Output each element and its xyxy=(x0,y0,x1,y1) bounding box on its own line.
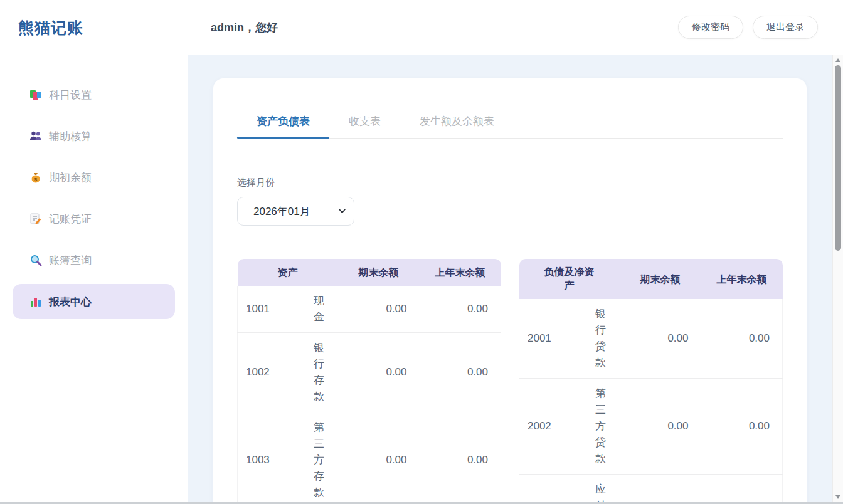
assets-header: 资产 xyxy=(238,259,338,286)
table-row: 2001银行贷款0.000.00 xyxy=(519,299,783,379)
sidebar-item-label: 报表中心 xyxy=(49,295,92,309)
account-code-cell: 2002 xyxy=(519,379,582,475)
liabilities-table: 负债及净资产 期末余额 上年末余额 2001银行贷款0.000.002002第三… xyxy=(519,259,783,504)
table-row: 1002银行存款0.000.00 xyxy=(238,333,501,412)
ending-balance-cell: 0.00 xyxy=(338,333,420,412)
table-row: 2003应付账款0.000.00 xyxy=(519,475,783,504)
sidebar-item-ledger-query[interactable]: 账簿查询 xyxy=(13,243,175,278)
assets-table-header-row: 资产 期末余额 上年末余额 xyxy=(238,259,501,286)
tab-amount-and-balance[interactable]: 发生额及余额表 xyxy=(400,106,514,138)
prev-year-balance-header: 上年末余额 xyxy=(420,259,501,286)
prev-year-balance-cell: 0.00 xyxy=(420,333,501,412)
month-select[interactable]: 2026年01月 xyxy=(237,197,354,226)
tab-income-expense[interactable]: 收支表 xyxy=(329,106,400,138)
ending-balance-cell: 0.00 xyxy=(620,299,701,379)
account-code-cell: 1001 xyxy=(238,286,300,333)
prev-year-balance-header: 上年末余额 xyxy=(701,259,783,299)
ending-balance-header: 期末余额 xyxy=(338,259,420,286)
app-logo: 熊猫记账 xyxy=(18,18,83,38)
account-code-cell: 1003 xyxy=(238,412,300,504)
scroll-up-arrow[interactable] xyxy=(835,58,840,62)
sidebar-item-label: 辅助核算 xyxy=(49,129,92,144)
sidebar-item-label: 科目设置 xyxy=(49,88,92,102)
balance-sheet-tables: 资产 期末余额 上年末余额 1001现金0.000.001002银行存款0.00… xyxy=(237,259,783,504)
prev-year-balance-cell: 0.00 xyxy=(420,412,501,504)
sidebar-item-report-center[interactable]: 报表中心 xyxy=(13,284,175,319)
change-password-button[interactable]: 修改密码 xyxy=(678,16,743,39)
books-icon xyxy=(29,88,42,101)
header-actions: 修改密码 退出登录 xyxy=(678,16,818,39)
month-select-wrap: 2026年01月 xyxy=(237,197,354,226)
month-filter-label: 选择月份 xyxy=(237,177,783,189)
memo-icon xyxy=(29,213,42,225)
prev-year-balance-cell: 0.00 xyxy=(701,299,783,379)
sidebar-item-vouchers[interactable]: 记账凭证 xyxy=(13,201,175,236)
account-code-cell: 2001 xyxy=(519,299,582,379)
ending-balance-cell: 0.00 xyxy=(620,475,701,504)
content-area: 资产负债表 收支表 发生额及余额表 选择月份 2026年01月 资产 xyxy=(188,55,843,504)
report-tabs: 资产负债表 收支表 发生额及余额表 xyxy=(237,106,783,139)
bar-chart-icon xyxy=(29,295,42,308)
table-row: 1003第三方存款0.000.00 xyxy=(238,412,501,504)
vertical-scrollbar[interactable] xyxy=(832,55,843,504)
logout-button[interactable]: 退出登录 xyxy=(753,16,818,39)
account-name-cell: 应付账款 xyxy=(582,475,620,504)
report-card: 资产负债表 收支表 发生额及余额表 选择月份 2026年01月 资产 xyxy=(213,78,807,504)
user-greeting: admin，您好 xyxy=(211,20,278,35)
sidebar-item-auxiliary-accounting[interactable]: 辅助核算 xyxy=(13,118,175,154)
sidebar-item-label: 期初余额 xyxy=(49,171,92,185)
tab-balance-sheet[interactable]: 资产负债表 xyxy=(237,106,329,138)
money-bag-icon: $ xyxy=(29,171,42,184)
search-icon xyxy=(29,254,42,266)
month-filter: 选择月份 2026年01月 xyxy=(237,177,783,226)
sidebar-item-label: 账簿查询 xyxy=(49,253,92,268)
account-name-cell: 第三方存款 xyxy=(300,412,338,504)
account-code-cell: 1002 xyxy=(238,333,300,412)
ending-balance-cell: 0.00 xyxy=(338,286,420,333)
sidebar-item-label: 记账凭证 xyxy=(49,212,92,226)
account-name-cell: 现金 xyxy=(300,286,338,333)
assets-table: 资产 期末余额 上年末余额 1001现金0.000.001002银行存款0.00… xyxy=(237,259,501,504)
sidebar-item-opening-balance[interactable]: $ 期初余额 xyxy=(13,160,175,195)
table-row: 2002第三方贷款0.000.00 xyxy=(519,379,783,475)
svg-text:$: $ xyxy=(34,177,38,182)
prev-year-balance-cell: 0.00 xyxy=(701,475,783,504)
scroll-down-arrow[interactable] xyxy=(835,495,840,499)
account-name-cell: 第三方贷款 xyxy=(582,379,620,475)
users-icon xyxy=(29,130,42,142)
ending-balance-header: 期末余额 xyxy=(620,259,701,299)
account-name-cell: 银行贷款 xyxy=(582,299,620,379)
scrollbar-thumb[interactable] xyxy=(835,65,841,251)
account-name-cell: 银行存款 xyxy=(300,333,338,412)
ending-balance-cell: 0.00 xyxy=(338,412,420,504)
top-header: admin，您好 修改密码 退出登录 xyxy=(188,0,843,55)
prev-year-balance-cell: 0.00 xyxy=(701,379,783,475)
sidebar-item-subject-settings[interactable]: 科目设置 xyxy=(13,77,175,112)
sidebar-nav: 科目设置 辅助核算 $ 期初余额 xyxy=(0,77,188,325)
liabilities-table-header-row: 负债及净资产 期末余额 上年末余额 xyxy=(519,259,783,299)
prev-year-balance-cell: 0.00 xyxy=(420,286,501,333)
sidebar: 熊猫记账 科目设置 辅助核算 $ 期初余 xyxy=(0,0,188,504)
table-row: 1001现金0.000.00 xyxy=(238,286,501,333)
ending-balance-cell: 0.00 xyxy=(620,379,701,475)
account-code-cell: 2003 xyxy=(519,475,582,504)
liabilities-header: 负债及净资产 xyxy=(519,259,620,299)
